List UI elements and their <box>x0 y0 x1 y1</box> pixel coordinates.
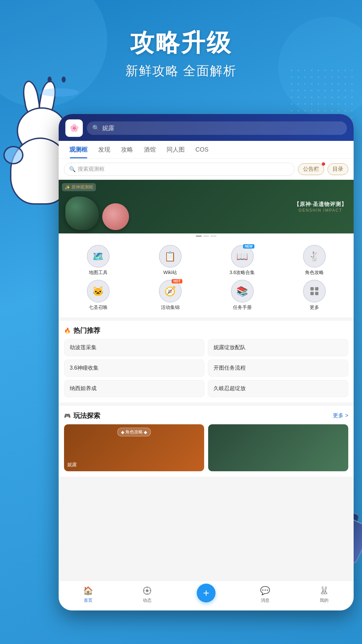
banner-dot-1 <box>196 235 202 237</box>
hero-section: 攻略升级 新鲜攻略 全面解析 <box>0 27 362 79</box>
banner-badge: ✨ 原神观测框 <box>62 183 96 191</box>
dynamic-icon <box>142 585 153 596</box>
tab-cos[interactable]: COS <box>190 142 214 158</box>
icon-circle-more <box>303 280 326 303</box>
svg-point-5 <box>146 589 148 592</box>
icon-item-map[interactable]: 🗺️ 地图工具 <box>66 245 130 276</box>
icon-item-guide36[interactable]: 📖 NEW 3.6攻略合集 <box>210 245 274 276</box>
banner-area: ✨ 原神观测框 【原神·圣遗物评测】 GENSHIN IMPACT <box>59 180 354 239</box>
content-search-icon: 🔍 <box>69 166 76 172</box>
icon-label-guide36: 3.6攻略合集 <box>230 270 255 276</box>
notice-red-dot <box>322 162 325 166</box>
icon-item-summon[interactable]: 🐱 七圣召唤 <box>66 280 130 311</box>
icon-circle-wiki: 📋 <box>159 245 182 268</box>
icon-label-task: 任务手册 <box>233 305 252 311</box>
icon-badge-new: NEW <box>243 244 254 249</box>
hot-section: 🔥 热门推荐 劫波莲采集 妮露绽放配队 3.6神瞳收集 开图任务流程 纳西妲养成… <box>59 321 354 402</box>
gameplay-cards: ◆ 角色攻略 ◆ 妮露 <box>64 424 348 471</box>
gameplay-card-right[interactable] <box>208 424 348 471</box>
phone-frame: 🌸 🔍 妮露 观测框 发现 攻略 酒馆 同人图 COS <box>59 114 354 610</box>
avatar-emoji: 🌸 <box>70 124 79 132</box>
icon-label-activity: 活动集锦 <box>161 305 180 311</box>
banner-title-cn: 【原神·圣遗物评测】 <box>294 201 347 208</box>
nav-label-mine: 我的 <box>320 597 328 603</box>
hot-item-5[interactable]: 纳西妲养成 <box>64 380 204 397</box>
nav-item-dynamic[interactable]: 动态 <box>118 585 177 603</box>
icon-badge-hot: HOT <box>172 279 182 283</box>
icon-grid: 🗺️ 地图工具 📋 Wiki站 📖 NEW 3.6攻略 <box>59 239 354 317</box>
hot-item-6[interactable]: 久岐忍超绽放 <box>208 380 348 397</box>
bunny-cheek <box>39 88 79 97</box>
hero-title: 攻略升级 <box>0 27 362 59</box>
hot-grid: 劫波莲采集 妮露绽放配队 3.6神瞳收集 开图任务流程 纳西妲养成 久岐忍超绽放 <box>64 339 348 397</box>
banner-dot-3 <box>210 235 217 237</box>
icon-label-more: 更多 <box>310 305 319 311</box>
gameplay-card-left[interactable]: ◆ 角色攻略 ◆ 妮露 <box>64 424 204 471</box>
icon-item-task[interactable]: 📚 任务手册 <box>210 280 274 311</box>
nav-label-home: 首页 <box>84 597 93 603</box>
message-icon: 💬 <box>260 585 270 596</box>
nav-label-message: 消息 <box>261 597 269 603</box>
gameplay-section: 🎮 玩法探索 更多 > ◆ 角色攻略 ◆ 妮露 <box>59 406 354 477</box>
icon-row-1: 🗺️ 地图工具 📋 Wiki站 📖 NEW 3.6攻略 <box>62 245 350 276</box>
banner-dots <box>59 233 354 237</box>
content-search[interactable]: 🔍 搜索观测框 <box>64 163 295 176</box>
plus-button[interactable]: + <box>197 584 216 602</box>
hot-item-1[interactable]: 劫波莲采集 <box>64 339 204 356</box>
hot-section-header: 🔥 热门推荐 <box>64 326 348 335</box>
icon-label-charguide: 角色攻略 <box>305 270 324 276</box>
banner-dot-2 <box>203 235 209 237</box>
tab-jiuguan[interactable]: 酒馆 <box>138 141 161 158</box>
icon-item-wiki[interactable]: 📋 Wiki站 <box>138 245 202 276</box>
icon-item-activity[interactable]: 🧭 HOT 活动集锦 <box>138 280 202 311</box>
avatar[interactable]: 🌸 <box>65 119 83 137</box>
nav-item-plus[interactable]: + <box>177 584 236 605</box>
home-icon: 🏠 <box>83 585 94 596</box>
notice-button[interactable]: 公告栏 <box>298 163 324 175</box>
nav-item-message[interactable]: 💬 消息 <box>236 585 295 603</box>
banner-flower-icon <box>102 203 129 230</box>
search-bar[interactable]: 🔍 妮露 <box>87 121 347 135</box>
icon-row-2: 🐱 七圣召唤 🧭 HOT 活动集锦 📚 任务手册 <box>62 280 350 311</box>
gameplay-more-link[interactable]: 更多 > <box>333 412 348 419</box>
nav-item-mine[interactable]: 🐰 我的 <box>295 585 354 603</box>
mine-icon: 🐰 <box>319 585 329 596</box>
nav-item-home[interactable]: 🏠 首页 <box>59 585 118 603</box>
tab-faxian[interactable]: 发现 <box>93 141 116 158</box>
search-icon: 🔍 <box>92 124 100 132</box>
search-text: 妮露 <box>102 124 114 132</box>
tab-guancekuang[interactable]: 观测框 <box>64 141 93 158</box>
card-tag-left: ◆ 角色攻略 ◆ <box>117 428 151 436</box>
icon-item-charguide[interactable]: 🐇 角色攻略 <box>283 245 346 276</box>
content-search-text: 搜索观测框 <box>78 166 105 173</box>
bunny-hand <box>3 146 23 164</box>
phone-topbar: 🌸 🔍 妮露 <box>59 114 354 141</box>
svg-rect-0 <box>310 287 314 290</box>
card-tag-area-left: ◆ 角色攻略 ◆ <box>64 428 204 436</box>
tab-tongruntu[interactable]: 同人图 <box>161 141 190 158</box>
hot-section-title: 热门推荐 <box>73 326 100 335</box>
card-name-left: 妮露 <box>67 462 77 468</box>
icon-label-summon: 七圣召唤 <box>89 305 108 311</box>
hot-item-4[interactable]: 开图任务流程 <box>208 360 348 377</box>
bottom-nav: 🏠 首页 动态 + 💬 消息 🐰 我的 <box>59 581 354 610</box>
svg-rect-3 <box>315 292 318 295</box>
hot-item-2[interactable]: 妮露绽放配队 <box>208 339 348 356</box>
catalog-button[interactable]: 目录 <box>327 163 348 175</box>
search-row: 🔍 搜索观测框 公告栏 目录 <box>59 159 354 180</box>
icon-item-more-grid[interactable]: 更多 <box>283 280 346 311</box>
icon-label-map: 地图工具 <box>89 270 108 276</box>
bunny-eye-left <box>48 76 52 83</box>
banner-slide[interactable]: ✨ 原神观测框 【原神·圣遗物评测】 GENSHIN IMPACT <box>59 180 354 233</box>
banner-text-area: 【原神·圣遗物评测】 GENSHIN IMPACT <box>294 201 347 213</box>
svg-rect-1 <box>315 287 318 290</box>
hot-item-3[interactable]: 3.6神瞳收集 <box>64 360 204 377</box>
gameplay-section-title: 玩法探索 <box>73 411 100 420</box>
banner-gem-icon <box>65 197 99 230</box>
icon-circle-task: 📚 <box>231 280 254 303</box>
nav-label-dynamic: 动态 <box>143 597 152 603</box>
tab-gonglue[interactable]: 攻略 <box>116 141 138 158</box>
icon-label-wiki: Wiki站 <box>163 270 177 276</box>
banner-title-en: GENSHIN IMPACT <box>294 208 347 213</box>
icon-circle-activity: 🧭 HOT <box>159 280 182 303</box>
